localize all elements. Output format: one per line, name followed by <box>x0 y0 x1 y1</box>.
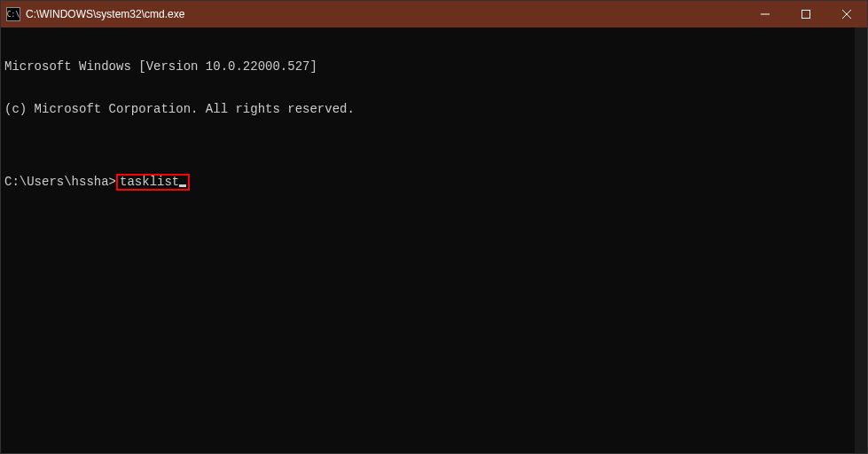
close-button[interactable] <box>826 1 867 27</box>
titlebar[interactable]: C:\ C:\WINDOWS\system32\cmd.exe <box>1 1 867 27</box>
copyright-line: (c) Microsoft Corporation. All rights re… <box>4 102 851 116</box>
cmd-icon: C:\ <box>6 7 20 21</box>
svg-rect-1 <box>802 11 810 19</box>
command-highlight: tasklist <box>116 174 190 191</box>
window-title: C:\WINDOWS\system32\cmd.exe <box>26 8 184 20</box>
minimize-button[interactable] <box>745 1 786 27</box>
maximize-button[interactable] <box>786 1 826 27</box>
version-line: Microsoft Windows [Version 10.0.22000.52… <box>4 59 851 74</box>
command-text: tasklist <box>120 175 179 189</box>
terminal-area[interactable]: Microsoft Windows [Version 10.0.22000.52… <box>1 27 867 453</box>
prompt-line: C:\Users\hssha>tasklist <box>4 174 851 191</box>
cmd-window: C:\ C:\WINDOWS\system32\cmd.exe Microsof… <box>0 0 868 454</box>
window-controls <box>745 1 867 27</box>
text-cursor <box>179 184 186 187</box>
prompt-text: C:\Users\hssha> <box>4 175 116 189</box>
